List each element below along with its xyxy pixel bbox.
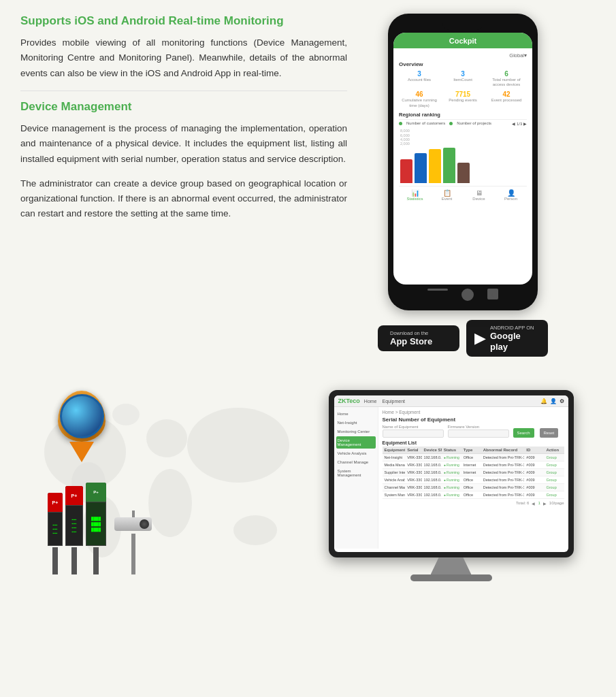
phone-mockup: Cockpit Global ▾ Overview 3 Account file… [388,14,538,310]
app-store-badge[interactable]: Download on the App Store [378,325,459,352]
sidebar-monitoring[interactable]: Monitoring Center [336,427,376,436]
desk-nav-equipment[interactable]: Equipment [383,399,405,404]
meter-3-head: P+ [86,483,106,502]
google-play-icon: ▶ [474,331,486,346]
app-store-big: App Store [390,336,432,347]
stat-item-count: 3 ItemCount [442,70,483,87]
col-record: Abnormal Record [481,448,525,452]
left-column: Supports iOS and Android Real-time Monit… [20,14,347,357]
desk-logo: ZKTeco [338,398,360,404]
bar-4 [457,163,470,183]
section-divider [20,91,347,91]
page-info: Total: 6 [516,501,529,506]
settings-icon[interactable]: ⚙ [560,398,564,404]
bottom-section: P+ ▪▪▪▪▪▪▪▪▪▪▪▪ P+ [20,370,596,588]
meter-1-body: ▪▪▪▪▪▪▪▪▪▪▪▪ [48,512,63,546]
col-group: Action [544,448,564,452]
app-store-text: Download on the App Store [390,330,432,347]
camera-lens [140,519,149,529]
global-row: Global ▾ [399,52,527,59]
location-pin [58,391,106,462]
nav-person[interactable]: 👤 Person [495,189,527,201]
desk-nav: Home Equipment [364,399,405,404]
sidebar-home[interactable]: Home [336,410,376,418]
meter-3: P+ ████████████ [86,483,106,546]
sidebar-vehicle[interactable]: Vehicle Analysis [336,449,376,457]
nav-statistics-label: Statistics [406,197,423,201]
bar-3 [443,148,455,183]
form-input-1[interactable] [383,429,444,438]
meter-3-body: ████████████ [86,502,106,546]
page: Supports iOS and Android Real-time Monit… [0,0,616,588]
phone-home-bar: ‹ [393,285,532,302]
table-row: System Management VRK-3300 192.168.0.1 ●… [383,491,564,499]
form-input-2[interactable] [448,429,509,438]
home-bar-back: ‹ [487,289,498,299]
stat-running-time: 46 Cumulative running time (days) [399,91,440,108]
col-status: Status [442,448,461,452]
nav-person-label: Person [504,197,517,201]
home-bar-circle [461,289,474,301]
col-ip: Device SN [422,448,442,452]
desk-icons: 🔔 👤 ⚙ [540,398,564,404]
stat-val-0: 3 [399,70,440,78]
camera-device-col [114,510,152,574]
desk-main: Home > Equipment Serial Number of Equipm… [378,407,568,549]
stats-row-1: 3 Account files 3 ItemCount 6 Total numb… [399,70,527,87]
ranking-title: Regional ranking [399,112,527,120]
bar-chart [399,146,527,183]
monitor-base [410,574,492,581]
notification-icon[interactable]: 🔔 [540,398,547,404]
camera-body [114,517,152,531]
nav-event[interactable]: 📋 Event [431,189,463,201]
parking-device-1: P+ ▪▪▪▪▪▪▪▪▪▪▪▪ [48,493,63,574]
screen-body: Global ▾ Overview 3 Account files 3 Item… [393,48,532,206]
legend-label-customers: Number of customers [406,121,445,125]
ios-android-desc: Provides mobile viewing of all monitorin… [20,35,347,81]
screen-nav: 📊 Statistics 📋 Event 🖥 Device [399,186,527,202]
table-row: Net-Insight VRK-3300 192.168.0.1 ● Runni… [383,454,564,461]
desktop-area: ZKTeco Home Equipment 🔔 👤 ⚙ [306,370,596,588]
col-type: Type [461,448,481,452]
table-row: Supplier Integration VRK-3300 192.168.0.… [383,469,564,476]
nav-statistics[interactable]: 📊 Statistics [399,189,431,201]
sidebar-net-insight[interactable]: Net-Insight [336,419,376,427]
sidebar-channel[interactable]: Channel Manage [336,458,376,466]
sidebar-device-mgmt[interactable]: Device Management [336,436,376,449]
stats-row-2: 46 Cumulative running time (days) 7715 P… [399,91,527,108]
meter-1-post [52,547,58,574]
bar-0 [400,159,412,183]
google-play-badge[interactable]: ▶ ANDROID APP ON Google play [466,320,548,357]
screen-header: Cockpit [393,33,532,48]
top-section: Supports iOS and Android Real-time Monit… [20,14,596,357]
google-play-text: ANDROID APP ON Google play [490,325,540,352]
nav-device[interactable]: 🖥 Device [463,189,495,201]
desk-page-title: Serial Number of Equipment [383,417,564,423]
sidebar-system[interactable]: System Management [336,467,376,479]
bar-1 [415,153,427,183]
meter-1-head: P+ [48,493,63,512]
user-icon[interactable]: 👤 [550,398,557,404]
search-button[interactable]: Search [513,428,534,438]
table-row: Channel Management VRK-3300 192.168.0.1 … [383,484,564,491]
equipment-table: Equipment Name Serial Device SN Status T… [383,447,564,499]
legend-nav: ◀ 1/3 ▶ [512,121,527,126]
device-management-title: Device Management [20,99,347,114]
stat-lbl-2: Total number of access devices [486,78,527,87]
pin-body [58,391,106,442]
chart-y-labels: 8,000 [399,129,527,133]
monitor-wrapper: ZKTeco Home Equipment 🔔 👤 ⚙ [329,390,574,581]
next-page[interactable]: ▶ [543,501,547,506]
prev-page[interactable]: ◀ [532,501,535,506]
stat-lbl-0: Account files [399,78,440,82]
current-page[interactable]: 1 [538,501,540,506]
reset-button[interactable]: Reset [540,428,559,438]
pin-globe [60,394,104,438]
desk-nav-home[interactable]: Home [364,399,377,404]
overview-label: Overview [399,61,527,67]
svg-point-6 [233,515,277,545]
table-row: Vehicle Analysis VRK-3300 192.168.0.1 ● … [383,476,564,484]
google-play-small: ANDROID APP ON [490,325,540,331]
legend-dot-customers [399,122,402,125]
stat-pending-events: 7715 Pending events [442,91,483,108]
